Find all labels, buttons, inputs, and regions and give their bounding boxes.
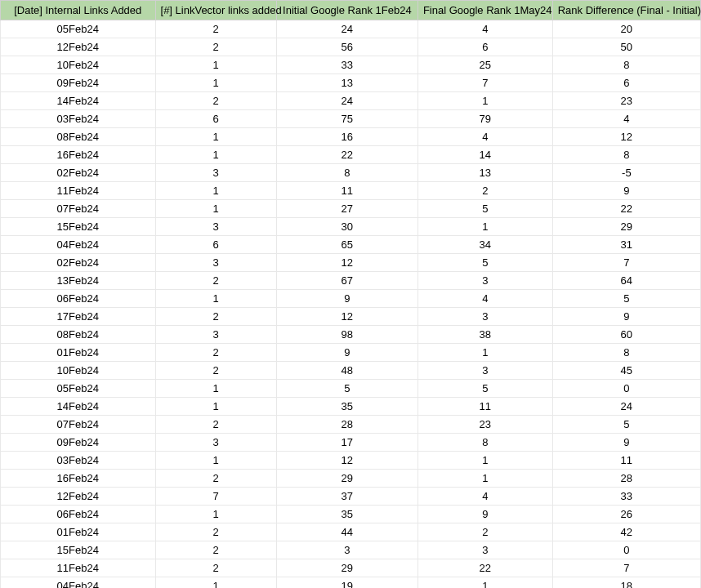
table-cell[interactable]: 3 — [417, 541, 552, 559]
table-cell[interactable]: 7 — [155, 488, 276, 506]
table-cell[interactable]: 8 — [276, 164, 417, 182]
table-cell[interactable]: 15Feb24 — [1, 541, 156, 559]
table-cell[interactable]: 6 — [155, 110, 276, 128]
table-cell[interactable]: 0 — [552, 541, 700, 559]
table-cell[interactable]: 09Feb24 — [1, 434, 156, 452]
table-cell[interactable]: 5 — [417, 200, 552, 218]
table-cell[interactable]: 33 — [276, 56, 417, 74]
table-cell[interactable]: 8 — [552, 56, 700, 74]
table-cell[interactable]: 1 — [417, 452, 552, 470]
table-row[interactable]: 08Feb24116412 — [1, 128, 701, 146]
table-cell[interactable]: 98 — [276, 326, 417, 344]
table-cell[interactable]: 50 — [552, 38, 700, 56]
table-cell[interactable]: 25 — [417, 56, 552, 74]
table-cell[interactable]: 1 — [417, 470, 552, 488]
table-row[interactable]: 05Feb241550 — [1, 380, 701, 398]
table-row[interactable]: 11Feb24229227 — [1, 559, 701, 577]
table-cell[interactable]: 3 — [276, 541, 417, 559]
table-cell[interactable]: 6 — [552, 74, 700, 92]
table-cell[interactable]: -5 — [552, 164, 700, 182]
table-row[interactable]: 01Feb242918 — [1, 344, 701, 362]
table-cell[interactable]: 9 — [417, 506, 552, 523]
table-cell[interactable]: 08Feb24 — [1, 326, 156, 344]
table-cell[interactable]: 3 — [155, 434, 276, 452]
table-cell[interactable]: 24 — [552, 398, 700, 416]
table-cell[interactable]: 42 — [552, 523, 700, 541]
table-row[interactable]: 12Feb24256650 — [1, 38, 701, 56]
table-cell[interactable]: 5 — [552, 416, 700, 434]
header-links-added[interactable]: [#] LinkVector links added — [155, 1, 276, 20]
table-cell[interactable]: 7 — [552, 254, 700, 272]
table-cell[interactable]: 56 — [276, 38, 417, 56]
table-cell[interactable]: 07Feb24 — [1, 200, 156, 218]
table-cell[interactable]: 1 — [155, 506, 276, 523]
table-cell[interactable]: 16 — [276, 128, 417, 146]
table-cell[interactable]: 1 — [155, 452, 276, 470]
table-cell[interactable]: 11 — [552, 452, 700, 470]
table-cell[interactable]: 06Feb24 — [1, 506, 156, 523]
table-row[interactable]: 04Feb24119118 — [1, 577, 701, 589]
table-cell[interactable]: 03Feb24 — [1, 110, 156, 128]
table-cell[interactable]: 4 — [417, 128, 552, 146]
table-cell[interactable]: 9 — [552, 308, 700, 326]
table-row[interactable]: 15Feb242330 — [1, 541, 701, 559]
table-cell[interactable]: 14 — [417, 146, 552, 164]
table-cell[interactable]: 1 — [155, 182, 276, 200]
table-cell[interactable]: 33 — [552, 488, 700, 506]
table-cell[interactable]: 48 — [276, 362, 417, 380]
table-cell[interactable]: 13 — [276, 74, 417, 92]
table-cell[interactable]: 22 — [552, 200, 700, 218]
table-cell[interactable]: 1 — [155, 200, 276, 218]
table-cell[interactable]: 24 — [276, 20, 417, 38]
table-cell[interactable]: 2 — [155, 362, 276, 380]
table-cell[interactable]: 9 — [276, 344, 417, 362]
table-row[interactable]: 10Feb24133258 — [1, 56, 701, 74]
table-cell[interactable]: 5 — [417, 380, 552, 398]
table-cell[interactable]: 22 — [276, 146, 417, 164]
table-cell[interactable]: 7 — [552, 559, 700, 577]
table-row[interactable]: 13Feb24267364 — [1, 272, 701, 290]
table-cell[interactable]: 16Feb24 — [1, 470, 156, 488]
table-cell[interactable]: 3 — [155, 254, 276, 272]
table-cell[interactable]: 38 — [417, 326, 552, 344]
table-row[interactable]: 03Feb24675794 — [1, 110, 701, 128]
table-cell[interactable]: 8 — [552, 344, 700, 362]
table-row[interactable]: 08Feb243983860 — [1, 326, 701, 344]
table-cell[interactable]: 2 — [155, 344, 276, 362]
table-cell[interactable]: 2 — [155, 416, 276, 434]
table-cell[interactable]: 9 — [552, 434, 700, 452]
table-cell[interactable]: 6 — [155, 236, 276, 254]
table-cell[interactable]: 75 — [276, 110, 417, 128]
table-cell[interactable]: 04Feb24 — [1, 577, 156, 589]
table-cell[interactable]: 09Feb24 — [1, 74, 156, 92]
table-cell[interactable]: 28 — [552, 470, 700, 488]
table-row[interactable]: 02Feb243813-5 — [1, 164, 701, 182]
table-row[interactable]: 09Feb2411376 — [1, 74, 701, 92]
table-cell[interactable]: 1 — [155, 128, 276, 146]
table-cell[interactable]: 20 — [552, 20, 700, 38]
table-cell[interactable]: 60 — [552, 326, 700, 344]
table-cell[interactable]: 12Feb24 — [1, 38, 156, 56]
table-cell[interactable]: 01Feb24 — [1, 523, 156, 541]
table-row[interactable]: 03Feb24112111 — [1, 452, 701, 470]
table-cell[interactable]: 2 — [155, 20, 276, 38]
table-cell[interactable]: 3 — [417, 362, 552, 380]
table-row[interactable]: 14Feb24224123 — [1, 92, 701, 110]
table-cell[interactable]: 11 — [276, 182, 417, 200]
table-row[interactable]: 06Feb24135926 — [1, 506, 701, 523]
table-cell[interactable]: 44 — [276, 523, 417, 541]
table-cell[interactable]: 2 — [155, 541, 276, 559]
table-cell[interactable]: 29 — [276, 470, 417, 488]
table-cell[interactable]: 4 — [417, 488, 552, 506]
table-row[interactable]: 12Feb24737433 — [1, 488, 701, 506]
table-row[interactable]: 14Feb241351124 — [1, 398, 701, 416]
table-cell[interactable]: 2 — [155, 559, 276, 577]
table-cell[interactable]: 12 — [276, 308, 417, 326]
table-cell[interactable]: 9 — [276, 290, 417, 308]
table-cell[interactable]: 2 — [155, 92, 276, 110]
table-cell[interactable]: 64 — [552, 272, 700, 290]
table-cell[interactable]: 08Feb24 — [1, 128, 156, 146]
table-cell[interactable]: 05Feb24 — [1, 20, 156, 38]
table-cell[interactable]: 29 — [276, 559, 417, 577]
table-cell[interactable]: 1 — [155, 380, 276, 398]
